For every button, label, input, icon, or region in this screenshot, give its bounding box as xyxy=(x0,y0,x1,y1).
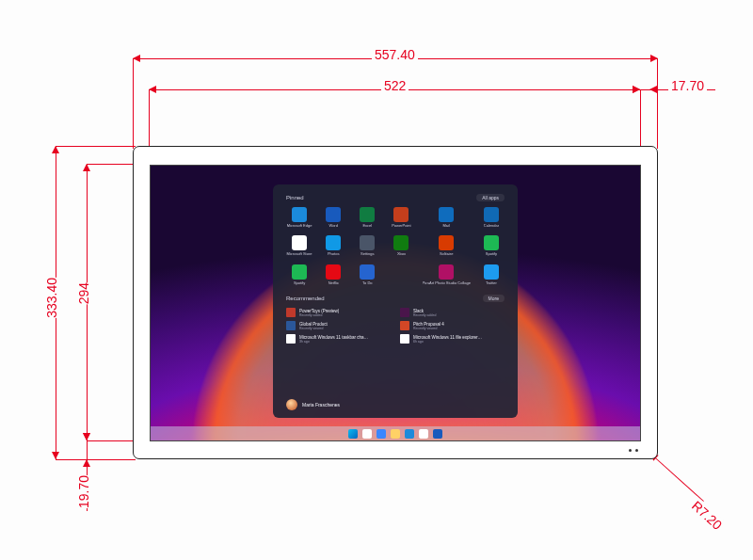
app-label: Calendar xyxy=(478,224,505,228)
taskbar[interactable] xyxy=(151,426,640,440)
recommended-item[interactable]: Pitch Proposal 4Recently viewed xyxy=(400,321,505,330)
app-icon xyxy=(484,207,499,222)
rec-subtitle: Recently added xyxy=(299,313,339,317)
avatar xyxy=(286,399,297,410)
ext-line xyxy=(657,58,658,149)
app-label: Netflix xyxy=(320,281,346,285)
app-icon xyxy=(439,235,454,250)
app-icon xyxy=(439,207,454,222)
pinned-app[interactable]: Settings xyxy=(354,235,380,256)
pinned-app[interactable]: Microsoft Edge xyxy=(286,207,312,228)
pinned-app[interactable]: To Do xyxy=(354,264,380,285)
app-label: To Do xyxy=(354,281,380,285)
pinned-app[interactable]: Excel xyxy=(354,207,380,228)
pinned-app[interactable]: Twitter xyxy=(478,264,505,285)
dim-corner-radius: R7.20 xyxy=(687,496,728,535)
recommended-heading: Recommended xyxy=(286,296,325,301)
explorer-icon[interactable] xyxy=(391,429,400,439)
display-panel-outline: Pinned All apps Microsoft EdgeWordExcelP… xyxy=(133,146,658,459)
app-icon xyxy=(326,207,341,222)
ext-line xyxy=(56,146,136,147)
widgets-icon[interactable] xyxy=(376,429,386,439)
pinned-app[interactable]: Netflix xyxy=(320,264,346,285)
ext-line xyxy=(56,459,136,460)
file-icon xyxy=(400,334,409,344)
app-label: Photos xyxy=(320,252,346,256)
rec-subtitle: 3h ago xyxy=(299,340,368,344)
app-label: Twitter xyxy=(478,281,505,285)
status-leds xyxy=(629,449,638,452)
app-label: Excel xyxy=(354,224,380,228)
app-icon xyxy=(393,235,409,250)
pinned-heading: Pinned xyxy=(286,195,304,200)
app-label: Spotify xyxy=(478,252,505,256)
edge-icon[interactable] xyxy=(405,429,414,439)
dim-inner-height: 294 xyxy=(73,282,94,304)
dim-inner-width: 522 xyxy=(381,78,409,93)
active-screen-area: Pinned All apps Microsoft EdgeWordExcelP… xyxy=(150,165,641,441)
pinned-app[interactable]: Calendar xyxy=(478,207,505,228)
dim-outer-width: 557.40 xyxy=(372,47,418,62)
ext-line xyxy=(133,58,134,149)
pinned-app[interactable]: Microsoft Store xyxy=(286,235,312,256)
pinned-app[interactable]: Spotify xyxy=(286,264,312,285)
app-icon xyxy=(326,235,341,250)
pinned-app[interactable]: Xbox xyxy=(388,235,414,256)
app-icon xyxy=(393,264,409,280)
app-label: Solitaire xyxy=(423,252,471,256)
pinned-app[interactable]: Solitaire xyxy=(423,235,471,256)
app-label: Microsoft Store xyxy=(286,252,312,256)
app-icon xyxy=(439,264,454,280)
app-label: PowerPoint xyxy=(388,224,414,228)
file-icon xyxy=(400,308,409,317)
app-icon xyxy=(360,264,375,280)
all-apps-button[interactable]: All apps xyxy=(476,194,505,201)
recommended-item[interactable]: Microsoft Windows 11 file explorer…6h ag… xyxy=(400,334,505,344)
pinned-app[interactable]: PowerPoint xyxy=(388,207,414,228)
user-account-button[interactable]: Maria Fraschenes xyxy=(286,399,340,410)
word-icon[interactable] xyxy=(433,429,442,439)
search-icon[interactable] xyxy=(362,429,372,439)
pinned-app[interactable]: PicsArt Photo Studio Collage xyxy=(423,264,471,285)
store-icon[interactable] xyxy=(419,429,428,439)
recommended-item[interactable]: SlackRecently added xyxy=(400,308,505,317)
app-label: Microsoft Edge xyxy=(286,224,312,228)
pinned-app[interactable]: Mail xyxy=(423,207,471,228)
pinned-app[interactable] xyxy=(388,264,414,285)
file-icon xyxy=(286,308,296,317)
app-label: Settings xyxy=(354,252,380,256)
pinned-app[interactable]: Spotify xyxy=(478,235,505,256)
app-label: Word xyxy=(320,224,346,228)
app-icon xyxy=(360,207,375,222)
app-icon xyxy=(292,235,307,250)
rec-subtitle: Recently viewed xyxy=(413,327,444,330)
dim-outer-height: 333.40 xyxy=(41,278,62,318)
dim-bezel-bottom: 19.70 xyxy=(73,475,94,508)
file-icon xyxy=(286,334,296,344)
dim-bezel-right: 17.70 xyxy=(668,78,707,93)
app-icon xyxy=(393,207,409,222)
app-icon xyxy=(292,264,307,280)
app-label: Xbox xyxy=(388,252,414,256)
app-icon xyxy=(360,235,375,250)
more-button[interactable]: More xyxy=(483,295,505,302)
app-label: Spotify xyxy=(286,281,312,285)
app-icon xyxy=(326,264,341,280)
app-icon xyxy=(484,235,499,250)
rec-subtitle: Recently viewed xyxy=(299,327,328,330)
start-icon[interactable] xyxy=(348,429,358,439)
pinned-app[interactable]: Photos xyxy=(320,235,346,256)
recommended-item[interactable]: Microsoft Windows 11 taskbar cha…3h ago xyxy=(286,334,391,344)
user-name-label: Maria Fraschenes xyxy=(302,402,340,408)
rec-subtitle: Recently added xyxy=(413,313,436,317)
app-label: PicsArt Photo Studio Collage xyxy=(423,281,471,285)
file-icon xyxy=(286,321,296,330)
windows-start-menu[interactable]: Pinned All apps Microsoft EdgeWordExcelP… xyxy=(273,184,518,418)
pinned-app[interactable]: Word xyxy=(320,207,346,228)
app-label: Mail xyxy=(423,224,471,228)
app-icon xyxy=(292,207,307,222)
app-icon xyxy=(484,264,499,280)
recommended-item[interactable]: PowerToys (Preview)Recently added xyxy=(286,308,391,317)
recommended-item[interactable]: Global ProductRecently viewed xyxy=(286,321,391,330)
file-icon xyxy=(400,321,409,330)
